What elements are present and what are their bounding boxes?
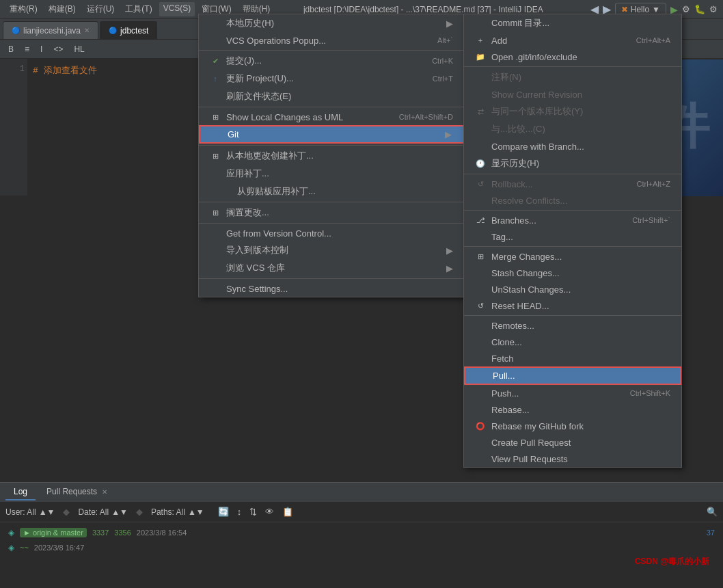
git-reset-head[interactable]: ↺ Reset HEAD... <box>464 297 681 314</box>
vcs-create-patch[interactable]: ⊞ 从本地更改创建补丁... <box>199 147 464 165</box>
menu-tools[interactable]: 工具(T) <box>121 2 156 16</box>
git-clone[interactable]: Clone... <box>464 334 681 350</box>
git-label: Git <box>228 129 239 139</box>
menu-refactor[interactable]: 重构(R) <box>5 2 42 16</box>
git-stash[interactable]: Stash Changes... <box>464 265 681 281</box>
git-rebase-fork[interactable]: ⭕ Rebase my GitHub fork <box>464 418 681 434</box>
vcs-operations-popup[interactable]: VCS Operations Popup... Alt+` <box>199 32 464 49</box>
pull-label: Pull... <box>493 371 515 381</box>
get-vcs-label: Get from Version Control... <box>226 228 331 239</box>
git-push[interactable]: Push... Ctrl+Shift+K <box>464 385 681 401</box>
expand-icon[interactable]: ↕ <box>237 507 242 517</box>
git-show-history[interactable]: 🕐 显示历史(H) <box>464 155 681 172</box>
git-create-pr[interactable]: Create Pull Request <box>464 434 681 451</box>
italic-button[interactable]: I <box>38 43 45 55</box>
menu-vcs[interactable]: VCS(S) <box>159 2 195 16</box>
vcs-import[interactable]: 导入到版本控制 ▶ <box>199 241 464 259</box>
rebase-fork-icon: ⭕ <box>475 422 486 431</box>
git-show-revision: Show Current Revision <box>464 86 681 103</box>
refresh-log-icon[interactable]: 🔄 <box>218 507 229 517</box>
date-filter[interactable]: Date: All ▲▼ <box>78 507 127 517</box>
tab-jdbctest[interactable]: 🔵 jdbctest <box>100 21 157 39</box>
center-button[interactable]: ≡ <box>22 43 32 55</box>
unstash-label: UnStash Changes... <box>491 284 571 295</box>
sort-icon[interactable]: ⇅ <box>249 507 257 517</box>
pull-requests-tab-close[interactable]: ✕ <box>102 488 107 496</box>
git-tag[interactable]: Tag... <box>464 228 681 245</box>
sep6 <box>199 278 464 279</box>
vcs-get-vcs[interactable]: Get from Version Control... <box>199 225 464 241</box>
refresh-label: 刷新文件状态(E) <box>226 90 291 103</box>
menu-build[interactable]: 构建(B) <box>44 2 80 16</box>
vcs-git[interactable]: Git ▶ <box>199 125 464 144</box>
tab-close-lianjieceshi[interactable]: ✕ <box>84 27 90 34</box>
user-filter-arrow: ▲▼ <box>39 507 55 517</box>
reset-label: Reset HEAD... <box>491 301 549 311</box>
search-log-icon[interactable]: 🔍 <box>707 507 718 517</box>
compare-same-icon: ⇄ <box>475 107 486 116</box>
git-arrow: ▶ <box>445 129 452 139</box>
path-filter-arrow: ▲▼ <box>188 507 204 517</box>
vcs-show-uml[interactable]: ⊞ Show Local Changes as UML Ctrl+Alt+Shi… <box>199 109 464 125</box>
git-add[interactable]: + Add Ctrl+Alt+A <box>464 32 681 49</box>
settings-icon[interactable]: ⚙ <box>709 4 718 14</box>
path-filter[interactable]: Paths: All ▲▼ <box>151 507 204 517</box>
git-unstash[interactable]: UnStash Changes... <box>464 281 681 297</box>
vcs-operations-label: VCS Operations Popup... <box>226 36 326 46</box>
rollback-label: Rollback... <box>491 179 533 189</box>
view-icon[interactable]: 👁 <box>265 507 274 517</box>
git-branches[interactable]: ⎇ Branches... Ctrl+Shift+` <box>464 212 681 228</box>
log-row-2[interactable]: ◈ ~~ 2023/3/8 16:47 <box>5 540 718 555</box>
gear-icon[interactable]: ⚙ <box>682 4 690 14</box>
highlight-button[interactable]: HL <box>71 43 87 55</box>
sync-label: Sync Settings... <box>226 284 288 294</box>
vcs-apply-patch[interactable]: 应用补丁... <box>199 165 464 183</box>
bottom-tabs: Log Pull Requests ✕ <box>0 483 723 502</box>
rebase-label: Rebase... <box>491 405 530 415</box>
menu-run[interactable]: 运行(U) <box>83 2 119 16</box>
git-sep3 <box>464 210 681 211</box>
sep3 <box>199 145 464 146</box>
update-icon: ↑ <box>210 75 221 83</box>
vcs-refresh[interactable]: 刷新文件状态(E) <box>199 88 464 105</box>
vcs-sync[interactable]: Sync Settings... <box>199 280 464 297</box>
create-patch-icon: ⊞ <box>210 152 221 161</box>
commit-date-2: 2023/3/8 16:47 <box>34 544 84 552</box>
code-button[interactable]: <> <box>51 43 66 55</box>
pull-requests-tab-label: Pull Requests <box>46 487 97 496</box>
browse-arrow: ▶ <box>446 263 453 273</box>
git-pull[interactable]: Pull... <box>464 366 681 385</box>
git-view-pr[interactable]: View Pull Requests <box>464 451 681 467</box>
uml-icon: ⊞ <box>210 113 221 122</box>
browse-label: 浏览 VCS 仓库 <box>226 262 285 274</box>
create-pr-label: Create Pull Request <box>491 438 571 448</box>
git-compare-branch[interactable]: Compare with Branch... <box>464 138 681 155</box>
git-compare-with: 与...比较...(C) <box>464 120 681 138</box>
vcs-browse[interactable]: 浏览 VCS 仓库 ▶ <box>199 259 464 277</box>
compare-branch-label: Compare with Branch... <box>491 142 584 152</box>
compare-same-label: 与同一个版本库比较(Y) <box>491 105 583 118</box>
git-open-exclude[interactable]: 📁 Open .git/info/exclude <box>464 49 681 65</box>
view-pr-label: View Pull Requests <box>491 454 568 464</box>
git-fetch[interactable]: Fetch <box>464 350 681 366</box>
git-merge[interactable]: ⊞ Merge Changes... <box>464 248 681 265</box>
tab-log[interactable]: Log <box>5 484 36 500</box>
push-label: Push... <box>491 388 519 399</box>
bold-button[interactable]: B <box>5 43 16 55</box>
git-rebase[interactable]: Rebase... <box>464 401 681 418</box>
debug-icon[interactable]: 🐛 <box>694 4 705 14</box>
vcs-local-history[interactable]: 本地历史(H) ▶ <box>199 14 464 32</box>
vcs-update[interactable]: ↑ 更新 Project(U)... Ctrl+T <box>199 70 464 88</box>
tab-lianjieceshi[interactable]: 🔵 lianjieceshi.java ✕ <box>3 21 98 39</box>
git-remotes[interactable]: Remotes... <box>464 317 681 334</box>
tab-pull-requests[interactable]: Pull Requests ✕ <box>38 484 115 500</box>
vcs-apply-clipboard[interactable]: 从剪贴板应用补丁... <box>199 183 464 200</box>
origin-icon: ► <box>23 529 31 537</box>
log-row-1[interactable]: ◈ ► origin & master 3337 3356 2023/3/8 1… <box>5 525 718 540</box>
user-filter[interactable]: User: All ▲▼ <box>5 507 55 517</box>
copy-log-icon[interactable]: 📋 <box>282 507 293 517</box>
reset-icon: ↺ <box>475 302 486 310</box>
git-commit-dir[interactable]: Commit 目录... <box>464 14 681 32</box>
vcs-commit[interactable]: ✔ 提交(J)... Ctrl+K <box>199 52 464 70</box>
vcs-shelve[interactable]: ⊞ 搁置更改... <box>199 204 464 222</box>
